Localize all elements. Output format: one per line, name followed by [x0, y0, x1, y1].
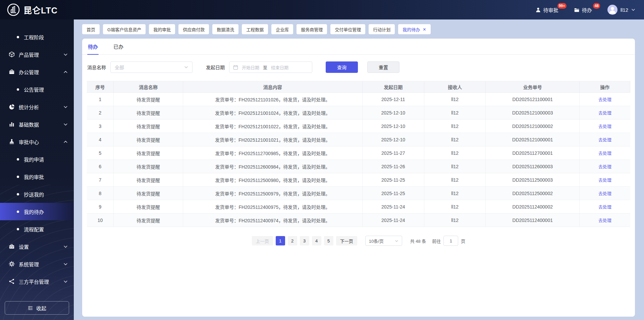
handle-link[interactable]: 去处理 [598, 178, 611, 183]
sidebar-item[interactable]: 统计分析 [0, 98, 74, 116]
nav-tag[interactable]: 我的待办 [398, 24, 431, 34]
sidebar-item[interactable]: 我的待办 [0, 203, 74, 220]
bar-chart-icon [9, 121, 15, 127]
pending-approvals-button[interactable]: 待审批 99+ [535, 6, 558, 13]
nav-tag[interactable]: 交付单位管理 [330, 24, 365, 34]
table-cell: 10 [87, 214, 113, 227]
table-cell: ll12 [424, 214, 486, 227]
chevron-down-icon [63, 52, 68, 57]
sidebar-item-label: 统计分析 [19, 103, 39, 110]
sidebar-item[interactable]: 系统管理 [0, 255, 74, 273]
nav-tag[interactable]: 企业库 [271, 24, 293, 34]
collapse-sidebar-button[interactable]: 收起 [5, 301, 69, 315]
stamp-icon [9, 139, 15, 145]
table-cell: 2025-12-10 [362, 120, 424, 133]
end-date-placeholder: 结束日期 [271, 64, 288, 71]
bullet-icon [17, 176, 19, 178]
goto-page-input[interactable] [443, 236, 458, 246]
sidebar-item[interactable]: 设置 [0, 238, 74, 255]
message-name-value: 全部 [115, 64, 124, 71]
table-row: 9待发货提醒发货单号：FH2025112400975，待发货，请及时处理。202… [87, 200, 630, 214]
handle-link[interactable]: 去处理 [598, 97, 611, 102]
nav-tag[interactable]: 我的审批 [149, 24, 175, 34]
sidebar-item[interactable]: 工程阶段 [0, 28, 74, 46]
sidebar-item[interactable]: 基础数据 [0, 116, 74, 133]
table-cell: 待发货提醒 [113, 93, 183, 106]
sidebar-item[interactable]: 办公管理 [0, 63, 74, 81]
todo-button[interactable]: 待办 48 [574, 6, 592, 13]
briefcase-icon [9, 69, 15, 75]
topbar: 昆仑LTC 待审批 99+ 待办 48 ll12 [0, 0, 644, 19]
sidebar-item[interactable]: 我的申请 [0, 150, 74, 168]
column-header: 发起日期 [362, 81, 424, 93]
search-button[interactable]: 查询 [326, 61, 358, 73]
column-header: 消息名称 [113, 81, 183, 93]
table-cell: ll12 [424, 200, 486, 214]
reset-button[interactable]: 重置 [367, 61, 399, 73]
nav-tag[interactable]: G端客户信息资产 [103, 24, 146, 34]
table-cell: ll12 [424, 93, 486, 106]
chevron-down-icon [63, 244, 68, 249]
column-header: 消息内容 [183, 81, 362, 93]
nav-tag[interactable]: 工程数据 [242, 24, 268, 34]
table-cell: 待发货提醒 [113, 133, 183, 146]
column-header: 序号 [87, 81, 113, 93]
sidebar-item[interactable]: 流程配置 [0, 220, 74, 238]
table-cell: 2025-11-26 [362, 160, 424, 173]
sidebar-item[interactable]: 我的审批 [0, 168, 74, 185]
table-cell: 发货单号：FH2025121101026，待发货，请及时处理。 [183, 93, 362, 106]
nav-tag[interactable]: 供应商付款 [178, 24, 209, 34]
chevron-down-icon [63, 105, 68, 109]
page-number-button[interactable]: 5 [324, 236, 333, 245]
table-row: 7待发货提醒发货单号：FH2025112500980，待发货，请及时处理。202… [87, 173, 630, 187]
handle-link[interactable]: 去处理 [598, 218, 611, 223]
page-size-select[interactable]: 10条/页 [365, 236, 402, 246]
table-cell: 发货单号：FH2025112600984，待发货，请及时处理。 [183, 160, 362, 173]
nav-tag[interactable]: 行动计划 [369, 24, 395, 34]
sidebar-item[interactable]: 三方平台管理 [0, 273, 74, 290]
sidebar-item[interactable]: 抄送我的 [0, 185, 74, 203]
nav-tag-label: G端客户信息资产 [107, 26, 141, 33]
table-cell: 待发货提醒 [113, 146, 183, 160]
handle-link[interactable]: 去处理 [598, 204, 611, 210]
page-number-button[interactable]: 1 [276, 236, 285, 245]
table-cell: 发货单号：FH2025112500979，待发货，请及时处理。 [183, 187, 362, 200]
table-cell: 2025-11-25 [362, 187, 424, 200]
handle-link[interactable]: 去处理 [598, 124, 611, 129]
handle-link[interactable]: 去处理 [598, 137, 611, 142]
prev-page-button[interactable]: 上一页 [252, 236, 273, 245]
sidebar-item[interactable]: 产品管理 [0, 46, 74, 63]
table-cell: 待发货提醒 [113, 106, 183, 120]
sidebar-item[interactable]: 审批中心 [0, 133, 74, 150]
table-cell: 2 [87, 106, 113, 120]
message-name-select[interactable]: 全部 [110, 61, 193, 73]
table-cell: 2025-12-11 [362, 93, 424, 106]
table-cell: 5 [87, 146, 113, 160]
column-header: 操作 [580, 81, 630, 93]
table-cell: 6 [87, 160, 113, 173]
handle-link[interactable]: 去处理 [598, 110, 611, 116]
nav-tag[interactable]: 首页 [82, 24, 100, 34]
sidebar-item[interactable]: 公告管理 [0, 81, 74, 98]
handle-link[interactable]: 去处理 [598, 151, 611, 156]
nav-tag[interactable]: 数据清洗 [212, 24, 238, 34]
nav-tag[interactable]: 服务商管理 [297, 24, 327, 34]
next-page-button[interactable]: 下一页 [336, 236, 357, 245]
handle-link[interactable]: 去处理 [598, 191, 611, 196]
table-cell: DD2025112400002 [486, 200, 580, 214]
table-row: 8待发货提醒发货单号：FH2025112500979，待发货，请及时处理。202… [87, 187, 630, 200]
user-menu[interactable]: ll12 [607, 5, 635, 15]
bullet-icon [17, 88, 19, 91]
table-cell: 9 [87, 200, 113, 214]
close-icon[interactable] [423, 28, 426, 31]
page-number-button[interactable]: 3 [300, 236, 309, 245]
pagination: 上一页 12345 下一页 10条/页 共 48 条 前往 页 [82, 236, 635, 246]
sidebar-item-label: 三方平台管理 [19, 278, 49, 285]
tab[interactable]: 待办 [87, 39, 99, 54]
handle-link[interactable]: 去处理 [598, 164, 611, 169]
page-number-button[interactable]: 4 [312, 236, 321, 245]
page-number-button[interactable]: 2 [288, 236, 297, 245]
date-range-picker[interactable]: 开始日期 至 结束日期 [229, 61, 312, 73]
table-cell: ll12 [424, 120, 486, 133]
tab[interactable]: 已办 [113, 39, 124, 54]
